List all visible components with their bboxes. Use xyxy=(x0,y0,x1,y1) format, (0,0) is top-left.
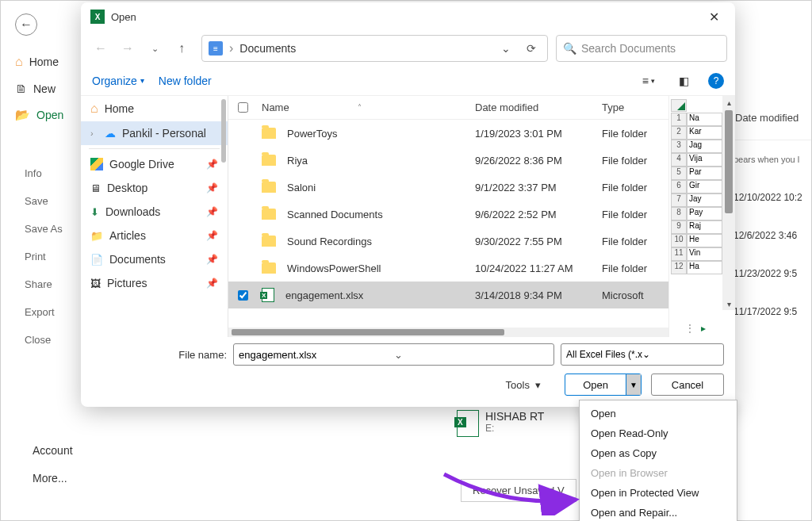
nav-forward-button[interactable]: → xyxy=(116,36,140,60)
select-all-checkbox[interactable] xyxy=(238,102,248,113)
col-date[interactable]: Date modified xyxy=(475,102,602,113)
file-row[interactable]: PowerToys 1/19/2023 3:01 PM File folder xyxy=(228,120,668,147)
tree-personal[interactable]: ›Pankil - Personal xyxy=(81,121,228,145)
nav-new[interactable]: New xyxy=(9,75,88,102)
sheet-menu-icon[interactable]: ⋮ xyxy=(685,323,695,334)
file-type: Microsoft xyxy=(602,289,668,301)
chevron-right-icon[interactable]: › xyxy=(90,128,98,138)
preview-cell: Gir xyxy=(687,180,722,193)
open-dropdown-button[interactable]: ▼ xyxy=(626,374,641,395)
close-button[interactable]: ✕ xyxy=(703,6,726,28)
breadcrumb[interactable]: ≡ › Documents ⌄ ⟳ xyxy=(201,35,548,62)
nav-more[interactable]: More... xyxy=(33,472,67,485)
row-number[interactable]: 4 xyxy=(671,153,687,167)
tree-documents[interactable]: Documents📌 xyxy=(81,247,228,271)
col-name[interactable]: Name˄ xyxy=(257,102,475,113)
nav-home[interactable]: Home xyxy=(9,48,88,75)
row-number[interactable]: 6 xyxy=(671,180,687,193)
row-number[interactable]: 5 xyxy=(671,167,687,180)
cancel-button[interactable]: Cancel xyxy=(651,374,724,396)
menu-item[interactable]: Open Read-Only xyxy=(580,423,737,443)
tree-downloads[interactable]: Downloads📌 xyxy=(81,200,228,224)
sub-close[interactable]: Close xyxy=(25,326,63,354)
file-row[interactable]: engagement.xlsx 3/14/2018 9:34 PM Micros… xyxy=(228,282,668,308)
row-number[interactable]: 8 xyxy=(671,207,687,220)
sub-info[interactable]: Info xyxy=(25,159,63,187)
pin-icon[interactable]: 📌 xyxy=(206,206,218,217)
refresh-button[interactable]: ⟳ xyxy=(522,42,541,55)
pin-icon[interactable]: 📌 xyxy=(206,278,218,289)
row-number[interactable]: 1 xyxy=(671,113,687,126)
horizontal-scrollbar[interactable] xyxy=(228,328,668,337)
nav-history-button[interactable]: ⌄ xyxy=(143,36,167,60)
bg-file-hishab[interactable]: HISHAB RT E: xyxy=(457,410,544,437)
row-number[interactable]: 10 xyxy=(671,234,687,247)
pin-icon[interactable]: 📌 xyxy=(206,159,218,170)
tree-home[interactable]: Home xyxy=(81,96,228,121)
file-date: 9/26/2022 8:36 PM xyxy=(475,155,602,167)
filename-label: File name: xyxy=(92,349,227,361)
sub-export[interactable]: Export xyxy=(25,298,63,326)
pin-icon[interactable]: 📌 xyxy=(206,254,218,265)
preview-cell: Vija xyxy=(687,153,722,167)
organize-button[interactable]: Organize▾ xyxy=(92,75,144,87)
sheet-next-icon[interactable]: ▸ xyxy=(701,323,706,334)
file-row[interactable]: Riya 9/26/2022 8:36 PM File folder xyxy=(228,147,668,174)
sub-save[interactable]: Save xyxy=(25,187,63,215)
home-icon xyxy=(15,55,23,69)
nav-up-button[interactable]: ↑ xyxy=(170,36,193,60)
row-checkbox[interactable] xyxy=(238,290,248,301)
menu-item[interactable]: Open xyxy=(580,404,737,423)
help-button[interactable]: ? xyxy=(708,73,724,89)
nav-account[interactable]: Account xyxy=(33,444,73,457)
scroll-up-icon[interactable]: ▴ xyxy=(722,96,735,109)
tools-button[interactable]: Tools ▾ xyxy=(506,379,542,391)
search-input[interactable]: 🔍 Search Documents xyxy=(556,35,727,62)
tree-scrollbar[interactable] xyxy=(221,99,226,163)
scroll-down-icon[interactable]: ▾ xyxy=(722,297,735,310)
tree-desktop[interactable]: Desktop📌 xyxy=(81,176,228,200)
open-button[interactable]: Open ▼ xyxy=(565,374,642,396)
back-button[interactable]: ← xyxy=(15,13,37,36)
row-number[interactable]: 11 xyxy=(671,247,687,261)
filename-input[interactable]: engagement.xlsx⌄ xyxy=(233,343,554,366)
recover-unsaved-button[interactable]: Recover Unsaved V xyxy=(461,479,576,502)
menu-item[interactable]: Open as Copy xyxy=(580,443,737,463)
row-number[interactable]: 7 xyxy=(671,193,687,207)
preview-scrollbar[interactable]: ▴ ▾ xyxy=(722,96,735,310)
pin-icon[interactable]: 📌 xyxy=(206,230,218,241)
row-number[interactable]: 3 xyxy=(671,140,687,153)
pin-icon[interactable]: 📌 xyxy=(206,182,218,193)
nav-open[interactable]: Open xyxy=(9,102,88,128)
new-folder-button[interactable]: New folder xyxy=(159,75,212,87)
breadcrumb-label: Documents xyxy=(239,42,490,55)
tree-pictures[interactable]: Pictures📌 xyxy=(81,271,228,295)
nav-back-button[interactable]: ← xyxy=(89,36,113,60)
tree-gdrive[interactable]: Google Drive📌 xyxy=(81,152,228,176)
open-button-label[interactable]: Open xyxy=(565,374,626,395)
col-type[interactable]: Type xyxy=(602,102,668,113)
view-mode-button[interactable]: ≡ ▾ xyxy=(638,71,660,90)
sub-print[interactable]: Print xyxy=(25,243,63,270)
documents-icon xyxy=(90,253,103,266)
breadcrumb-dropdown[interactable]: ⌄ xyxy=(496,42,515,55)
preview-sheet: 1Na2Kar3Jag4Vija5Par6Gir7Jay8Pay9Raj10He… xyxy=(671,99,722,321)
filename-dropdown[interactable]: ⌄ xyxy=(394,349,550,361)
file-filter-select[interactable]: All Excel Files (*.xl*;*.xlsx;*.xlsm;⌄ xyxy=(561,343,724,366)
file-row[interactable]: WindowsPowerShell 10/24/2022 11:27 AM Fi… xyxy=(228,255,668,282)
file-row[interactable]: Saloni 9/1/2022 3:37 PM File folder xyxy=(228,174,668,201)
file-row[interactable]: Sound Recordings 9/30/2022 7:55 PM File … xyxy=(228,228,668,255)
menu-item[interactable]: Open in Protected View xyxy=(580,483,737,503)
excel-file-icon xyxy=(457,410,479,437)
tree-articles[interactable]: Articles📌 xyxy=(81,224,228,247)
sub-share[interactable]: Share xyxy=(25,270,63,298)
select-all-corner[interactable] xyxy=(671,99,687,112)
row-number[interactable]: 2 xyxy=(671,126,687,140)
sub-saveas[interactable]: Save As xyxy=(25,215,63,243)
row-number[interactable]: 12 xyxy=(671,261,687,274)
menu-item[interactable]: Open and Repair... xyxy=(580,503,737,521)
file-list: Name˄ Date modified Type PowerToys 1/19/… xyxy=(228,96,668,337)
row-number[interactable]: 9 xyxy=(671,220,687,234)
preview-pane-button[interactable]: ◧ xyxy=(674,71,694,90)
file-row[interactable]: Scanned Documents 9/6/2022 2:52 PM File … xyxy=(228,201,668,228)
